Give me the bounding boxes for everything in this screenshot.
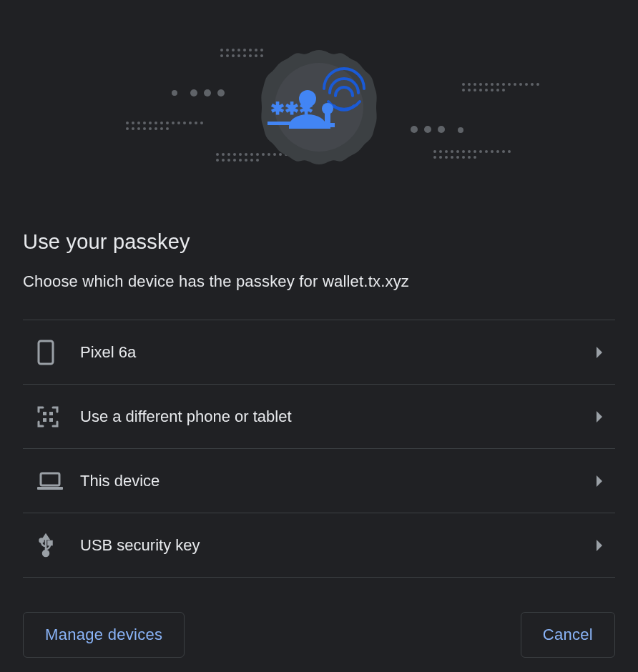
option-label: Pixel 6a (66, 343, 594, 362)
option-usb-key[interactable]: USB security key (23, 513, 615, 578)
chevron-right-icon (594, 345, 615, 360)
svg-rect-8 (43, 412, 46, 415)
passkey-badge-icon: ✱✱✱ (255, 43, 383, 172)
svg-point-17 (43, 550, 49, 556)
dialog-footer: Manage devices Cancel (23, 612, 615, 658)
dialog-subtitle: Choose which device has the passkey for … (23, 272, 615, 291)
option-label: Use a different phone or tablet (66, 407, 594, 426)
option-pixel-6a[interactable]: Pixel 6a (23, 320, 615, 385)
svg-rect-4 (325, 123, 335, 127)
chevron-right-icon (594, 474, 615, 488)
smartphone-icon (23, 340, 66, 365)
svg-rect-7 (39, 341, 53, 364)
chevron-right-icon (594, 410, 615, 424)
svg-rect-16 (49, 541, 52, 545)
passkey-dialog: ✱✱✱ Use your passkey Choose which device… (0, 0, 638, 672)
cancel-button[interactable]: Cancel (521, 612, 615, 658)
svg-point-15 (40, 538, 44, 542)
manage-devices-button[interactable]: Manage devices (23, 612, 185, 658)
svg-rect-10 (43, 418, 46, 422)
device-options: Pixel 6a Use a different phone or tablet (23, 320, 615, 578)
option-this-device[interactable]: This device (23, 449, 615, 513)
svg-rect-12 (41, 473, 59, 485)
option-label: This device (66, 472, 594, 490)
qr-icon (23, 406, 66, 428)
dialog-title: Use your passkey (23, 230, 615, 254)
svg-point-2 (322, 103, 333, 114)
passkey-illustration: ✱✱✱ (23, 14, 615, 200)
svg-rect-6 (268, 122, 316, 125)
option-different-device[interactable]: Use a different phone or tablet (23, 385, 615, 449)
usb-icon (23, 533, 66, 558)
laptop-icon (23, 471, 66, 491)
chevron-right-icon (594, 538, 615, 553)
svg-rect-11 (49, 418, 53, 422)
option-label: USB security key (66, 536, 594, 555)
svg-text:✱✱✱: ✱✱✱ (270, 99, 313, 118)
svg-rect-13 (37, 487, 63, 490)
svg-rect-9 (49, 412, 53, 415)
